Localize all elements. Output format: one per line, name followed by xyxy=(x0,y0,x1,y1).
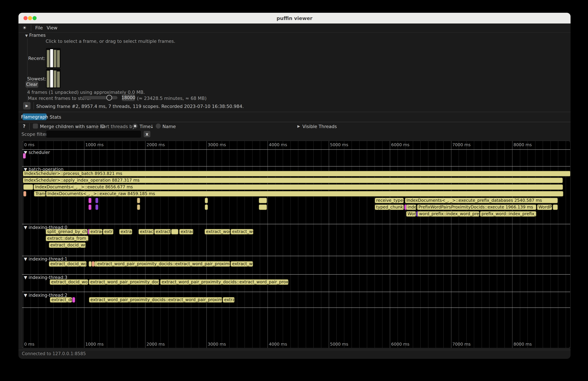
scope-bar[interactable]: IndexDocuments<_, _>::execute 8656.677 m… xyxy=(34,184,563,190)
frame-bar[interactable] xyxy=(50,70,53,87)
scope-bar[interactable] xyxy=(259,198,267,203)
menu-file[interactable]: File xyxy=(35,25,43,30)
tab-stats[interactable]: Stats xyxy=(50,114,61,120)
play-divider xyxy=(34,102,34,109)
scope-bar[interactable]: PrefixWordPairsProximityDocids::execute … xyxy=(417,204,536,210)
scope-bar[interactable] xyxy=(23,153,26,159)
frame-bar[interactable] xyxy=(57,71,60,87)
scope-bar[interactable]: extra xyxy=(103,229,113,234)
scope-bar[interactable]: IndexScheduler>::process_batch 8953.821 … xyxy=(23,171,570,176)
scope-bar[interactable]: index xyxy=(406,204,416,210)
merge-children-label[interactable]: Merge children with same ID xyxy=(40,124,105,129)
merge-children-checkbox[interactable] xyxy=(33,124,38,128)
max-frames-note: (≈ 23428.5 minutes, ≈ 68 MB) xyxy=(137,96,207,101)
sort-name-radio[interactable] xyxy=(156,124,161,128)
scope-bar[interactable]: Trans xyxy=(34,191,45,196)
scope-bar[interactable]: typed_chunk::w xyxy=(375,204,404,210)
scope-bar[interactable]: extrac xyxy=(223,297,235,303)
thread-header-scheduler[interactable]: ▼ scheduler xyxy=(24,150,50,155)
visible-threads-header[interactable]: Visible Threads xyxy=(302,124,337,129)
sort-threads-label: Sort threads by: xyxy=(100,124,136,129)
slider-handle[interactable] xyxy=(106,95,112,101)
controls-divider-1 xyxy=(29,123,30,130)
scope-bar[interactable] xyxy=(171,229,178,234)
max-frames-slider[interactable] xyxy=(82,96,117,99)
visible-threads-triangle-icon[interactable]: ▶ xyxy=(297,124,300,128)
scope-bar[interactable] xyxy=(259,204,267,210)
scope-bar[interactable]: extract_docid_word xyxy=(49,242,86,248)
statusbar-divider xyxy=(19,350,570,350)
scope-bar[interactable]: split_grenad_by_chun xyxy=(46,229,88,234)
scope-bar[interactable] xyxy=(137,198,140,203)
sort-direction-arrow-icon[interactable]: ↓ xyxy=(150,124,154,129)
clear-filter-button[interactable]: x xyxy=(144,131,150,137)
slowest-frames-thumbnail[interactable] xyxy=(46,69,61,88)
scope-bar[interactable] xyxy=(205,204,208,210)
scope-bar[interactable] xyxy=(205,198,208,203)
scope-bar[interactable]: word_prefix::index_word_prefix_ xyxy=(418,211,480,217)
scope-bar[interactable]: extract::data_from_ob xyxy=(46,236,88,241)
sort-time-label[interactable]: Time xyxy=(140,124,151,129)
sort-time-radio[interactable] xyxy=(133,124,138,128)
title-bar[interactable]: puffin viewer xyxy=(19,13,570,23)
scope-bar[interactable]: extract_word_pair_proximity_docids::extr… xyxy=(160,279,289,285)
scope-bar[interactable]: extract_word_pair_proximity_docids::extr… xyxy=(96,261,230,267)
menu-view[interactable]: View xyxy=(47,25,57,30)
tabs-divider xyxy=(19,122,570,122)
frame-bar[interactable] xyxy=(50,49,53,67)
scope-bar[interactable]: extract_word_pair_proximity_docids xyxy=(89,279,159,285)
scope-bar[interactable] xyxy=(89,261,92,267)
scope-bar[interactable]: extract_ xyxy=(154,229,171,234)
frames-section-header[interactable]: ▼ Frames xyxy=(25,33,46,38)
scope-bar[interactable]: receive_typed_ xyxy=(375,198,404,203)
clear-button[interactable]: Clear xyxy=(25,81,38,88)
scope-bar[interactable]: extract_docid_word xyxy=(49,261,86,267)
scope-bar[interactable]: extract_doc xyxy=(50,297,72,303)
scope-bar[interactable] xyxy=(23,191,26,196)
scope-bar[interactable]: extract_wo xyxy=(231,229,253,234)
scope-bar[interactable]: Word xyxy=(406,211,416,217)
scope-bar[interactable] xyxy=(553,204,558,210)
scope-bar[interactable] xyxy=(95,204,98,210)
scope-bar[interactable] xyxy=(72,297,75,303)
frame-bar[interactable] xyxy=(57,50,60,67)
app-window: puffin viewer ☀ File View ▼ Frames Click… xyxy=(19,13,570,359)
theme-toggle-icon[interactable]: ☀ xyxy=(22,25,26,30)
recent-frames-thumbnail[interactable] xyxy=(46,48,61,68)
scope-bar[interactable]: extract xyxy=(89,229,103,234)
scope-bar[interactable]: extract_word xyxy=(205,229,230,234)
scope-bar[interactable]: IndexDocuments<_, _>::execute_prefix_dat… xyxy=(405,198,558,203)
ruler-tick-label: 1000 ms xyxy=(85,342,104,347)
scope-bar[interactable]: IndexDocuments<_, _>::execute_raw 8459.1… xyxy=(46,191,563,196)
scope-bar[interactable]: extract_ xyxy=(138,229,154,234)
frame-bar[interactable] xyxy=(47,71,49,87)
scope-bar[interactable] xyxy=(23,184,33,190)
section-separator xyxy=(22,274,570,275)
scope-bar[interactable]: extract_wo xyxy=(231,261,253,267)
thread-header-indexing-thread:1[interactable]: ▼ indexing-thread:1 xyxy=(24,256,67,261)
scope-bar[interactable] xyxy=(137,204,140,210)
screen: puffin viewer ☀ File View ▼ Frames Click… xyxy=(0,0,588,381)
sort-name-label[interactable]: Name xyxy=(162,124,176,129)
scope-bar[interactable]: WordPr xyxy=(537,204,552,210)
scope-bar[interactable] xyxy=(88,198,91,203)
scope-bar[interactable]: IndexScheduler>::apply_index_operation 8… xyxy=(23,178,563,183)
scope-bar[interactable]: extrac xyxy=(119,229,132,234)
frame-bar[interactable] xyxy=(54,70,56,87)
scope-bar[interactable]: prefix_word::index_prefix_wo xyxy=(480,211,536,217)
frame-bar[interactable] xyxy=(47,50,49,67)
flamegraph-panel[interactable]: 0 ms0 ms1000 ms1000 ms2000 ms2000 ms3000… xyxy=(22,141,570,348)
scope-bar[interactable]: extract_docid_word xyxy=(50,279,88,285)
scope-bar[interactable]: extract_word_pair_proximity_docids::extr… xyxy=(89,297,222,303)
tab-flamegraph[interactable]: Flamegraph xyxy=(22,113,47,120)
play-button[interactable]: ▶ xyxy=(23,102,31,109)
scope-bar[interactable] xyxy=(95,198,98,203)
ruler-tick-label: 5000 ms xyxy=(330,342,348,347)
scope-filter-input[interactable] xyxy=(46,130,141,138)
scope-bar[interactable] xyxy=(88,204,91,210)
help-button[interactable]: ? xyxy=(23,124,25,129)
ruler-tick-label: 1000 ms xyxy=(85,142,104,147)
max-frames-value[interactable]: 18000 xyxy=(122,94,135,101)
frame-bar[interactable] xyxy=(54,50,56,67)
scope-bar[interactable]: extract xyxy=(179,229,193,234)
